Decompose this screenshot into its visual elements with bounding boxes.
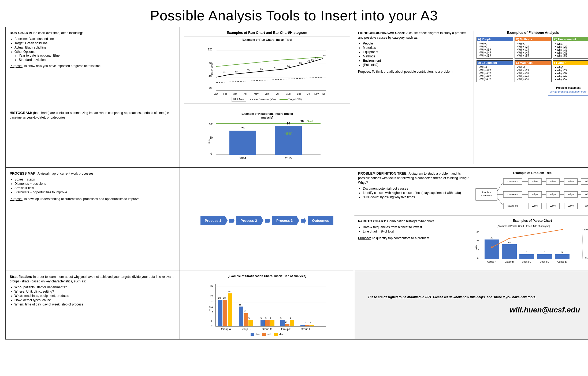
stratification-chart-cell: [Example of Stratification Chart - Inser…	[180, 271, 354, 340]
fishbone-people-items: • Why?• Why?• Why #3?• Why #4?• Why #5?	[479, 42, 511, 57]
stratification-svg: 30 25 20 15 10 5 0 Units	[208, 279, 326, 332]
baseline-legend-label: Baseline (X%)	[259, 98, 276, 101]
svg-rect-144	[228, 293, 232, 326]
svg-rect-167	[305, 325, 310, 326]
problem-tree-desc: PROBLEM DEFINITION TREE: A diagram to st…	[358, 171, 472, 212]
svg-text:90: 90	[287, 122, 290, 125]
svg-text:1: 1	[305, 322, 307, 325]
svg-text:Jun: Jun	[265, 93, 269, 95]
svg-text:Apr: Apr	[244, 93, 247, 95]
svg-text:[Example of Histogram- Insert : [Example of Histogram- Insert Title of	[241, 112, 293, 115]
svg-text:75: 75	[241, 127, 244, 130]
svg-text:Cause #3: Cause #3	[508, 205, 518, 207]
svg-text:Why?: Why?	[532, 205, 538, 207]
rc-purpose-text: To show how you have impacted progress a…	[23, 64, 101, 68]
svg-text:20: 20	[477, 240, 479, 242]
svg-line-60	[497, 198, 503, 206]
svg-marker-54	[301, 218, 306, 224]
svg-text:100: 100	[209, 123, 214, 126]
svg-text:Nov: Nov	[314, 93, 319, 95]
svg-text:Mar: Mar	[233, 93, 237, 95]
svg-text:Aug: Aug	[286, 93, 291, 95]
strat-b4: How: defect types, cause	[14, 298, 176, 302]
hist-bar-2015	[275, 126, 302, 155]
histogram-example-cell: [Example of Histogram- Insert Title of a…	[180, 107, 354, 168]
strat-b3: What: machines, equipment, products	[14, 294, 176, 298]
legend-feb-label: Feb	[267, 333, 271, 336]
svg-rect-148	[239, 307, 243, 326]
svg-text:0: 0	[211, 324, 212, 327]
svg-text:65: 65	[299, 62, 302, 64]
run-chart-label: RUN CHART:	[10, 31, 31, 35]
pareto-purpose-label: Purpose:	[358, 236, 371, 240]
svg-text:Why?: Why?	[585, 205, 588, 207]
fishbone-other-title: F) Other	[553, 61, 588, 65]
svg-rect-142	[218, 300, 222, 326]
svg-text:[Example of Pareto Chart - Ins: [Example of Pareto Chart - Insert Title …	[497, 225, 550, 227]
svg-text:80: 80	[323, 54, 326, 57]
fishbone-equip-items: • Why?• Why #2?• Why #3?• Why #4?• Why #…	[479, 66, 511, 81]
process-map-cell: PROCESS MAP: A visual map of current wor…	[6, 168, 180, 271]
run-chart-description: Line chart over time, often including:	[31, 31, 83, 35]
svg-text:100%: 100%	[584, 228, 588, 231]
fishbone-env-title: C) Environment	[553, 37, 588, 41]
svg-rect-168	[310, 325, 314, 326]
svg-point-121	[526, 235, 527, 236]
svg-text:5: 5	[526, 251, 527, 254]
legend-jan: Jan	[251, 333, 259, 336]
rc-sub-2: Standard deviation	[19, 58, 176, 62]
svg-text:120: 120	[208, 48, 213, 51]
baseline-legend: Baseline (X%)	[250, 98, 276, 101]
process-box-2: Process 2	[236, 216, 263, 225]
bottom-right-cell: These are designed to be modified in PPT…	[354, 271, 588, 340]
pt-b1: Document potential root causes	[363, 187, 472, 190]
fishbone-people-title: A) People	[477, 37, 513, 41]
svg-rect-162	[290, 320, 294, 326]
fishbone-env-box: C) Environment • Why?• Why #2?• Why #3?•…	[553, 37, 588, 59]
pt-b3: "Drill down" by asking why five times	[363, 195, 472, 199]
svg-rect-156	[270, 320, 274, 326]
svg-text:0%: 0%	[585, 257, 588, 260]
svg-text:15: 15	[508, 241, 511, 244]
svg-text:10: 10	[210, 311, 213, 314]
svg-text:Cause #1: Cause #1	[508, 180, 518, 183]
bottom-right-text: These are designed to be modified in PPT…	[368, 295, 536, 300]
svg-text:Problem: Problem	[482, 191, 491, 194]
svg-text:Jan: Jan	[214, 93, 218, 95]
legend-mar-label: Mar	[279, 333, 283, 336]
svg-text:25: 25	[228, 290, 230, 293]
svg-rect-166	[300, 325, 305, 326]
svg-text:Feb: Feb	[223, 93, 228, 95]
pareto-svg: [Example of Pareto Chart - Insert Title …	[475, 224, 588, 267]
pareto-bar-b	[502, 244, 517, 259]
stratification-desc-cell: Stratification: In order to learn more a…	[6, 271, 180, 340]
strat-chart-title: [Example of Stratification Chart - Inser…	[184, 274, 350, 278]
svg-text:25: 25	[210, 295, 213, 297]
svg-text:analysis]: analysis]	[260, 116, 273, 119]
target-legend: Target (Y%)	[280, 98, 303, 101]
strat-b5: When: time of day, day of week, step of …	[14, 303, 176, 306]
run-chart-example-title: Examples of Run Chart and Bar Chart/Hist…	[184, 31, 350, 35]
svg-text:5: 5	[270, 316, 271, 319]
svg-text:30: 30	[477, 231, 479, 234]
svg-text:Cause #2: Cause #2	[508, 193, 518, 196]
svg-text:0: 0	[477, 257, 478, 260]
svg-text:Why?: Why?	[568, 180, 574, 183]
fb-b1: People	[363, 42, 471, 45]
rc-purpose-label: Purpose:	[10, 64, 23, 68]
svg-text:5: 5	[561, 251, 563, 254]
svg-text:15: 15	[239, 303, 241, 306]
svg-text:2015: 2015	[285, 157, 292, 160]
svg-text:Cause B: Cause B	[505, 260, 514, 263]
fishbone-people-box: A) People • Why?• Why?• Why #3?• Why #4?…	[477, 37, 513, 59]
fishbone-methods-title: B) Methods	[515, 37, 551, 41]
fb-b2: Materials	[363, 46, 471, 50]
svg-text:Cause D: Cause D	[540, 260, 549, 263]
svg-rect-149	[244, 313, 248, 326]
pm-b2: Diamonds = decisions	[14, 182, 176, 186]
pareto-b2: Line chart = % of total	[363, 230, 472, 233]
fishbone-other-items: • Why?• Why #2?• Why #3?• Why #4?• Why #…	[555, 66, 587, 81]
svg-point-120	[508, 238, 510, 239]
rc-bullet-1: Baseline: Black dashed line	[14, 37, 176, 41]
pt-label: PROBLEM DEFINITION TREE:	[358, 171, 409, 175]
